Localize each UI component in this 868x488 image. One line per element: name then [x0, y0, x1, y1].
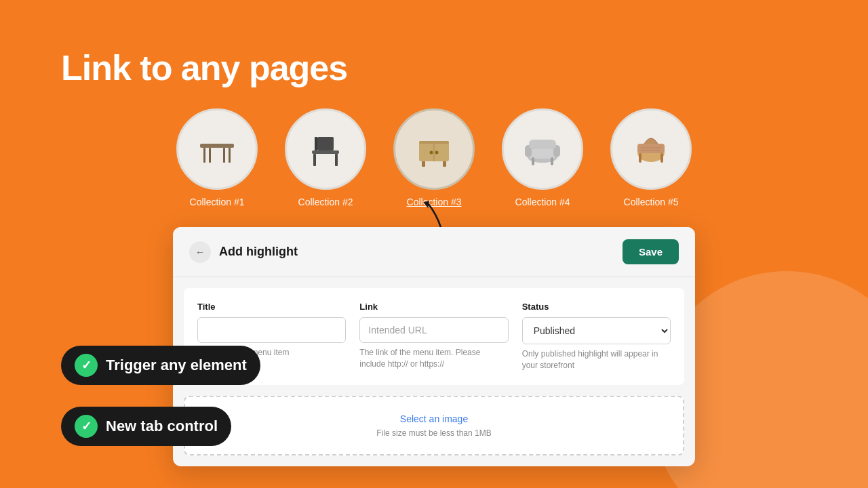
svg-rect-11 — [419, 141, 449, 144]
link-label: Link — [359, 302, 508, 312]
collection-item-4[interactable]: Collection #4 — [502, 108, 583, 207]
collection-item-1[interactable]: Collection #1 — [176, 108, 258, 207]
modal-header-left: ← Add highlight — [189, 241, 298, 263]
svg-rect-9 — [315, 137, 317, 150]
furniture-icon-1 — [190, 122, 244, 176]
collection-circle-3 — [393, 108, 475, 190]
svg-point-14 — [435, 151, 439, 155]
collection-label-1: Collection #1 — [190, 197, 245, 207]
newtab-check-icon: ✓ — [75, 415, 98, 438]
svg-rect-0 — [200, 144, 234, 148]
collection-circle-1 — [176, 108, 258, 190]
link-form-group: Link The link of the menu item. Please i… — [359, 302, 508, 371]
link-help: The link of the menu item. Please includ… — [359, 347, 508, 370]
title-label: Title — [197, 302, 346, 312]
svg-rect-4 — [223, 148, 225, 163]
svg-rect-8 — [335, 154, 338, 166]
trigger-badge: ✓ Trigger any element — [61, 346, 260, 385]
upload-hint: File size must be less than 1MB — [376, 428, 491, 438]
modal-panel: ← Add highlight Save Title The title of … — [173, 227, 695, 466]
svg-rect-16 — [443, 161, 446, 167]
collection-circle-4 — [502, 108, 583, 190]
furniture-icon-4 — [515, 122, 570, 176]
collection-label-2: Collection #2 — [298, 197, 353, 207]
furniture-icon-5 — [624, 122, 678, 176]
collection-item-2[interactable]: Collection #2 — [285, 108, 366, 207]
collection-item-3[interactable]: Collection #3 — [393, 108, 475, 207]
trigger-badge-label: Trigger any element — [106, 357, 247, 374]
image-upload-area[interactable]: Select an image File size must be less t… — [184, 396, 684, 455]
newtab-badge-label: New tab control — [106, 418, 218, 435]
collection-item-5[interactable]: Collection #5 — [610, 108, 692, 207]
collection-circle-5 — [610, 108, 692, 190]
collection-label-3: Collection #3 — [407, 197, 462, 207]
svg-rect-23 — [551, 157, 553, 165]
svg-rect-18 — [528, 148, 557, 159]
form-row: Title The title of the menu item Link Th… — [197, 302, 671, 371]
page-title: Link to any pages — [61, 47, 347, 88]
status-form-group: Status PublishedDraft Only published hig… — [522, 302, 671, 371]
status-label: Status — [522, 302, 671, 312]
svg-rect-15 — [422, 161, 425, 167]
furniture-icon-3 — [407, 122, 461, 176]
svg-rect-27 — [660, 153, 663, 163]
svg-rect-1 — [203, 148, 205, 163]
svg-rect-2 — [229, 148, 231, 163]
save-button[interactable]: Save — [623, 239, 679, 264]
svg-rect-22 — [532, 157, 534, 165]
svg-rect-7 — [313, 154, 316, 166]
svg-rect-26 — [639, 153, 642, 163]
status-help: Only published highlight will appear in … — [522, 348, 671, 371]
svg-rect-5 — [317, 137, 334, 150]
select-image-button[interactable]: Select an image — [400, 413, 468, 424]
svg-rect-6 — [312, 150, 339, 154]
modal-header: ← Add highlight Save — [173, 227, 695, 277]
link-input[interactable] — [359, 317, 508, 343]
svg-point-13 — [430, 151, 433, 155]
title-input[interactable] — [197, 317, 346, 343]
svg-rect-3 — [209, 148, 211, 163]
svg-rect-21 — [529, 140, 556, 149]
collections-row: Collection #1 Collection #2 — [0, 108, 868, 207]
collection-circle-2 — [285, 108, 366, 190]
svg-rect-25 — [637, 144, 665, 153]
collection-label-4: Collection #4 — [515, 197, 570, 207]
modal-title: Add highlight — [219, 245, 298, 259]
collection-label-5: Collection #5 — [624, 197, 679, 207]
newtab-badge: ✓ New tab control — [61, 407, 231, 446]
status-select[interactable]: PublishedDraft — [522, 317, 671, 344]
back-button[interactable]: ← — [189, 241, 211, 263]
trigger-check-icon: ✓ — [75, 354, 98, 377]
furniture-icon-2 — [298, 122, 353, 176]
